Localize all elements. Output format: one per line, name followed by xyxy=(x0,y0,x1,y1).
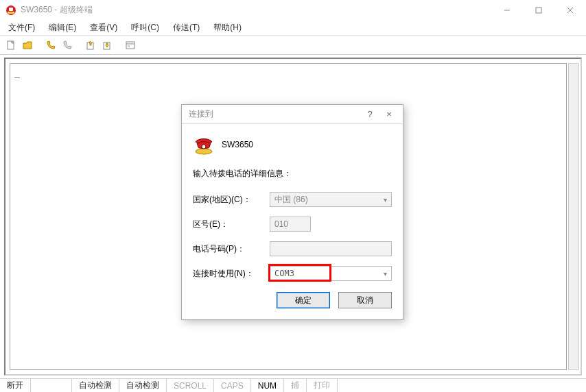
cancel-button[interactable]: 取消 xyxy=(338,292,392,308)
connect-using-label: 连接时使用(N)： xyxy=(193,268,270,280)
status-scroll: SCROLL xyxy=(167,379,214,392)
dialog-header: SW3650 xyxy=(193,134,392,156)
connect-to-dialog: 连接到 ? × SW3650 输入待拨电话的详细信息： 国家(地区)(C)： 中… xyxy=(181,104,403,320)
svg-rect-4 xyxy=(536,8,541,13)
status-num: NUM xyxy=(251,379,284,392)
areacode-value: 010 xyxy=(274,219,288,229)
hangup-icon[interactable] xyxy=(60,38,74,52)
dialog-title: 连接到 xyxy=(189,108,360,120)
receive-icon[interactable] xyxy=(100,38,114,52)
status-print: 打印 xyxy=(307,379,338,392)
new-file-icon[interactable] xyxy=(4,38,18,52)
app-icon xyxy=(5,5,16,16)
menubar: 文件(F) 编辑(E) 查看(V) 呼叫(C) 传送(T) 帮助(H) xyxy=(0,21,586,36)
status-auto2: 自动检测 xyxy=(119,379,167,392)
svg-point-14 xyxy=(196,149,212,154)
dialog-close-button[interactable]: × xyxy=(379,109,399,119)
dialog-body: SW3650 输入待拨电话的详细信息： 国家(地区)(C)： 中国 (86) ▾… xyxy=(182,124,403,319)
svg-rect-2 xyxy=(9,8,13,11)
phone-input[interactable] xyxy=(270,241,392,256)
status-capture: 捕 xyxy=(284,379,307,392)
minimize-button[interactable] xyxy=(491,0,523,20)
country-value: 中国 (86) xyxy=(274,194,308,206)
status-state: 断开 xyxy=(0,379,31,392)
status-spacer xyxy=(31,379,72,392)
phone-label: 电话号码(P)： xyxy=(193,243,270,255)
row-phone: 电话号码(P)： xyxy=(193,240,392,258)
areacode-input[interactable]: 010 xyxy=(270,217,311,232)
chevron-down-icon: ▾ xyxy=(384,196,387,204)
row-areacode: 区号(E)： 010 xyxy=(193,215,392,233)
menu-view[interactable]: 查看(V) xyxy=(84,21,123,35)
svg-point-15 xyxy=(202,145,206,149)
properties-icon[interactable] xyxy=(124,38,137,52)
menu-call[interactable]: 呼叫(C) xyxy=(126,21,165,35)
maximize-button[interactable] xyxy=(523,0,554,20)
vertical-scrollbar[interactable] xyxy=(568,63,579,370)
connect-using-value: COM3 xyxy=(274,269,294,278)
dialog-prompt: 输入待拨电话的详细信息： xyxy=(193,168,392,180)
dialog-titlebar: 连接到 ? × xyxy=(182,105,403,124)
dialog-buttons: 确定 取消 xyxy=(193,292,392,308)
svg-rect-11 xyxy=(126,42,134,49)
connection-name: SW3650 xyxy=(222,140,253,149)
row-connect-using: 连接时使用(N)： COM3 ▾ xyxy=(193,265,392,282)
menu-help[interactable]: 帮助(H) xyxy=(208,21,247,35)
close-button[interactable] xyxy=(554,0,586,20)
svg-rect-1 xyxy=(8,12,14,14)
statusbar: 断开 自动检测 自动检测 SCROLL CAPS NUM 捕 打印 xyxy=(0,378,586,392)
terminal-cursor: _ xyxy=(14,68,20,78)
send-icon[interactable] xyxy=(84,38,97,52)
menu-transfer[interactable]: 传送(T) xyxy=(167,21,205,35)
window-buttons xyxy=(491,0,586,20)
call-icon[interactable] xyxy=(44,38,58,52)
row-country: 国家(地区)(C)： 中国 (86) ▾ xyxy=(193,191,392,208)
menu-file[interactable]: 文件(F) xyxy=(3,21,40,35)
toolbar xyxy=(0,36,586,55)
connect-using-select[interactable]: COM3 ▾ xyxy=(270,266,392,281)
open-file-icon[interactable] xyxy=(21,38,34,52)
svg-rect-13 xyxy=(128,45,130,47)
status-auto1: 自动检测 xyxy=(72,379,119,392)
country-select[interactable]: 中国 (86) ▾ xyxy=(270,192,392,207)
menu-edit[interactable]: 编辑(E) xyxy=(43,21,82,35)
window-titlebar: SW3650 - 超级终端 xyxy=(0,0,586,21)
country-label: 国家(地区)(C)： xyxy=(193,194,270,206)
dialog-help-button[interactable]: ? xyxy=(360,109,379,119)
window-title: SW3650 - 超级终端 xyxy=(21,4,491,16)
phone-icon xyxy=(193,134,215,156)
chevron-down-icon: ▾ xyxy=(384,270,387,278)
areacode-label: 区号(E)： xyxy=(193,219,270,230)
status-caps: CAPS xyxy=(214,379,251,392)
ok-button[interactable]: 确定 xyxy=(277,292,330,308)
